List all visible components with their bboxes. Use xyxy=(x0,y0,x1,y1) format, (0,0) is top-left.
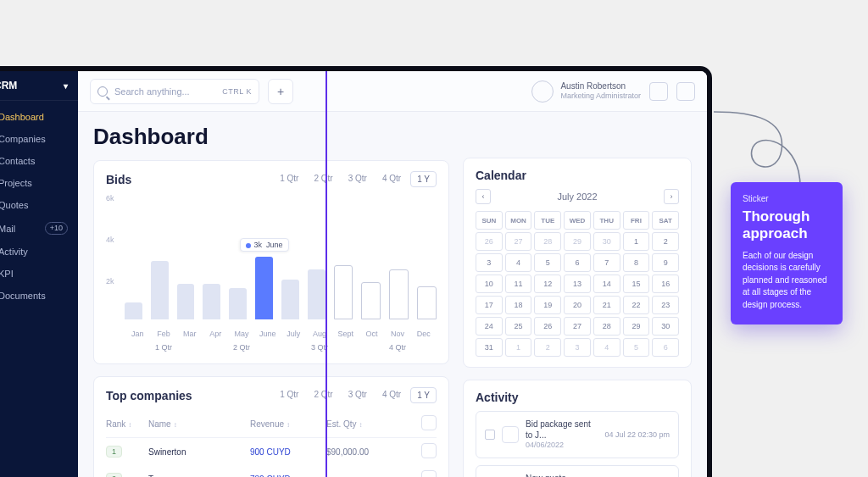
range-option[interactable]: 1 Y xyxy=(410,171,437,187)
range-option[interactable]: 2 Qtr xyxy=(308,387,338,403)
chart-bar[interactable] xyxy=(151,261,169,319)
sort-icon[interactable]: ↕ xyxy=(359,421,363,429)
calendar-day[interactable]: 28 xyxy=(593,317,620,336)
range-option[interactable]: 1 Qtr xyxy=(274,171,304,187)
chart-bar[interactable] xyxy=(177,284,195,319)
calendar-day[interactable]: 9 xyxy=(652,253,679,272)
plus-icon: + xyxy=(277,85,284,98)
activity-card: Activity Bid package sent to J... 04/06/… xyxy=(463,380,692,477)
add-button[interactable]: + xyxy=(268,79,293,104)
range-option[interactable]: 4 Qtr xyxy=(376,171,407,187)
sidebar-item-mail[interactable]: Mail+10 xyxy=(0,216,78,241)
range-option[interactable]: 1 Y xyxy=(410,387,437,403)
sidebar-item-quotes[interactable]: Quotes xyxy=(0,194,78,216)
calendar-day[interactable]: 3 xyxy=(564,338,591,357)
sidebar-item-kpi[interactable]: KPI xyxy=(0,263,78,285)
calendar-day[interactable]: 4 xyxy=(505,253,532,272)
calendar-day[interactable]: 4 xyxy=(593,338,620,357)
calendar-day[interactable]: 2 xyxy=(652,232,679,251)
chart-bar[interactable] xyxy=(334,265,353,319)
sort-icon[interactable]: ↕ xyxy=(128,421,131,429)
range-option[interactable]: 3 Qtr xyxy=(342,171,373,187)
chart-bar[interactable] xyxy=(125,302,142,319)
calendar-day[interactable]: 28 xyxy=(534,232,561,251)
sort-icon[interactable]: ↕ xyxy=(287,421,290,429)
quarter-label: 4 Qtr xyxy=(359,343,437,352)
calendar-prev-button[interactable]: ‹ xyxy=(476,189,491,204)
sidebar-item-documents[interactable]: Documents xyxy=(0,285,78,307)
checkbox[interactable] xyxy=(485,430,495,440)
calendar-day[interactable]: 29 xyxy=(623,317,650,336)
activity-item[interactable]: New quote generated for 04/06/2022 04 Ju… xyxy=(476,465,679,477)
layout-icon[interactable] xyxy=(649,82,668,101)
row-action-icon[interactable] xyxy=(421,443,437,458)
calendar-day[interactable]: 14 xyxy=(593,275,620,293)
calendar-day[interactable]: 27 xyxy=(564,317,591,336)
calendar-day[interactable]: 22 xyxy=(623,296,650,314)
calendar-day[interactable]: 25 xyxy=(505,317,532,336)
chart-bar[interactable] xyxy=(389,269,409,319)
chart-bar[interactable] xyxy=(229,288,247,319)
table-row[interactable]: 2 Turner 780 CUYD xyxy=(106,465,437,477)
activity-item[interactable]: Bid package sent to J... 04/06/2022 04 J… xyxy=(476,411,679,458)
calendar-day[interactable]: 1 xyxy=(623,232,650,251)
calendar-day[interactable]: 6 xyxy=(564,253,591,272)
workspace-switcher[interactable]: ◆ CRM ▾ xyxy=(0,71,78,101)
calendar-day[interactable]: 6 xyxy=(652,338,679,357)
calendar-day[interactable]: 15 xyxy=(623,275,650,293)
range-option[interactable]: 4 Qtr xyxy=(376,387,407,403)
table-row[interactable]: 1 Swinerton 900 CUYD $90,000.00 xyxy=(106,438,437,465)
calendar-next-button[interactable]: › xyxy=(664,189,679,204)
sort-icon[interactable]: ↕ xyxy=(174,421,177,429)
sidebar-item-projects[interactable]: Projects xyxy=(0,172,78,194)
range-option[interactable]: 3 Qtr xyxy=(342,387,373,403)
sidebar-item-dashboard[interactable]: Dashboard xyxy=(0,106,78,128)
calendar-day[interactable]: 31 xyxy=(476,338,503,357)
calendar-day[interactable]: 2 xyxy=(534,338,561,357)
chart-bar[interactable] xyxy=(308,269,326,319)
calendar-day[interactable]: 23 xyxy=(652,296,679,314)
calendar-day[interactable]: 24 xyxy=(476,317,503,336)
calendar-day[interactable]: 20 xyxy=(564,296,591,314)
sidebar-item-contacts[interactable]: Contacts xyxy=(0,150,78,172)
user-menu[interactable]: Austin Robertson Marketing Administrator xyxy=(531,80,641,103)
sidebar-item-companies[interactable]: Companies xyxy=(0,128,78,150)
chart-bar[interactable] xyxy=(361,282,381,319)
calendar-day[interactable]: 29 xyxy=(564,232,591,251)
bids-card: Bids 1 Qtr2 Qtr3 Qtr4 Qtr1 Y 6k4k2k 3k J… xyxy=(93,160,449,364)
chart-bar[interactable] xyxy=(203,284,220,319)
calendar-day[interactable]: 26 xyxy=(534,317,561,336)
columns-settings-icon[interactable] xyxy=(421,415,437,430)
calendar-day[interactable]: 30 xyxy=(593,232,620,251)
calendar-day[interactable]: 26 xyxy=(476,232,503,251)
calendar-day[interactable]: 19 xyxy=(534,296,561,314)
calendar-day[interactable]: 16 xyxy=(652,275,679,293)
search-input[interactable]: Search anything... CTRL K xyxy=(90,79,259,104)
calendar-day[interactable]: 11 xyxy=(505,275,532,293)
calendar-day[interactable]: 3 xyxy=(476,253,503,272)
calendar-day[interactable]: 21 xyxy=(593,296,620,314)
calendar-day[interactable]: 17 xyxy=(476,296,503,314)
chart-bar[interactable] xyxy=(417,286,437,319)
grid-icon[interactable] xyxy=(676,82,695,101)
range-option[interactable]: 2 Qtr xyxy=(308,171,338,187)
calendar-day[interactable]: 12 xyxy=(534,275,561,293)
chevron-down-icon: ▾ xyxy=(64,81,68,91)
chart-bar[interactable] xyxy=(281,280,299,319)
chevron-right-icon: › xyxy=(670,192,673,201)
calendar-day[interactable]: 13 xyxy=(564,275,591,293)
calendar-day[interactable]: 30 xyxy=(652,317,679,336)
calendar-day[interactable]: 7 xyxy=(593,253,620,272)
calendar-day[interactable]: 18 xyxy=(505,296,532,314)
x-tick: June xyxy=(254,330,281,338)
calendar-day[interactable]: 8 xyxy=(623,253,650,272)
row-action-icon[interactable] xyxy=(421,470,437,477)
calendar-day[interactable]: 5 xyxy=(534,253,561,272)
calendar-day[interactable]: 5 xyxy=(623,338,650,357)
range-option[interactable]: 1 Qtr xyxy=(274,387,304,403)
sidebar-item-activity[interactable]: Activity xyxy=(0,241,78,263)
calendar-day[interactable]: 27 xyxy=(505,232,532,251)
chart-bar[interactable]: 3k June xyxy=(255,257,273,319)
calendar-day[interactable]: 10 xyxy=(476,275,503,293)
calendar-day[interactable]: 1 xyxy=(505,338,532,357)
